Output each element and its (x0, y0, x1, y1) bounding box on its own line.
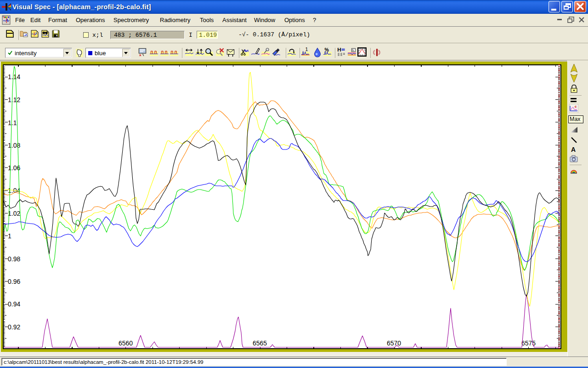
svg-text:1: 1 (305, 47, 308, 52)
svg-text:1.08: 1.08 (8, 142, 20, 149)
svg-text:0.98: 0.98 (8, 255, 20, 263)
svg-text:0.94: 0.94 (8, 300, 20, 308)
svg-text:6560: 6560 (119, 339, 133, 347)
svg-text:c: c (575, 104, 577, 109)
svg-text:1.14: 1.14 (8, 73, 20, 80)
svg-text:6565: 6565 (253, 339, 267, 347)
svg-text:1.02: 1.02 (8, 210, 20, 217)
svg-text:0.96: 0.96 (8, 278, 20, 285)
svg-text:0.92: 0.92 (8, 323, 20, 331)
svg-text:H: H (337, 47, 341, 52)
svg-text:1.1: 1.1 (8, 119, 17, 126)
svg-text:1: 1 (8, 232, 11, 240)
svg-text:6570: 6570 (387, 339, 401, 347)
svg-text:1.12: 1.12 (8, 96, 20, 104)
